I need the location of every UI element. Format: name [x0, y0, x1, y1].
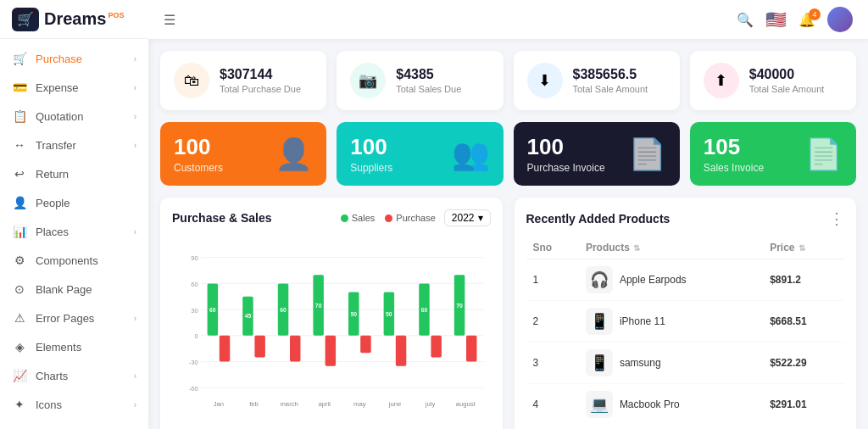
- svg-text:-30: -30: [189, 359, 198, 366]
- summary-label-sales-invoice: Sales Invoice: [704, 162, 764, 174]
- product-sno: 2: [526, 301, 579, 343]
- main-area: ☰ 🔍 🇺🇸 🔔 4 🛍 $307144 Total Purchase Due …: [148, 0, 868, 429]
- stat-value-sales-due: $4385: [396, 67, 461, 82]
- product-price: $291.01: [763, 384, 844, 426]
- sidebar-nav: 🛒 Purchase › 💳 Expense › 📋 Quotation › ↔…: [0, 39, 148, 429]
- logo-text: DreamsPOS: [44, 9, 124, 29]
- summary-label-customers: Customers: [174, 162, 223, 174]
- stat-icon-purchase-due: 🛍: [174, 63, 209, 98]
- summary-label-purchase-invoice: Purchase Invoice: [527, 162, 605, 174]
- product-sno: 1: [526, 259, 579, 301]
- nav-label-charts: Charts: [36, 370, 68, 382]
- sidebar-item-charts[interactable]: 📈 Charts ›: [0, 361, 148, 390]
- svg-rect-22: [290, 336, 300, 362]
- chevron-icon-places: ›: [134, 227, 136, 237]
- svg-text:70: 70: [456, 303, 463, 309]
- legend-sales: Sales: [341, 213, 376, 223]
- product-image: 💻: [586, 391, 613, 418]
- svg-rect-34: [396, 336, 406, 366]
- svg-text:50: 50: [386, 311, 392, 317]
- svg-text:50: 50: [350, 311, 357, 317]
- stat-card-purchase-due: 🛍 $307144 Total Purchase Due: [160, 51, 326, 110]
- sidebar-item-people[interactable]: 👤 People: [0, 188, 148, 217]
- sidebar-item-transfer[interactable]: ↔ Transfer ›: [0, 131, 148, 159]
- avatar-image: [827, 7, 853, 32]
- stat-icon-sales-due: 📷: [350, 63, 386, 98]
- svg-text:feb: feb: [249, 400, 259, 408]
- legend-sales-dot: [341, 214, 348, 222]
- sidebar-item-elements[interactable]: ◈ Elements: [0, 332, 148, 361]
- nav-label-elements: Elements: [36, 341, 81, 354]
- notification-bell[interactable]: 🔔 4: [798, 12, 815, 28]
- nav-label-places: Places: [36, 226, 69, 238]
- sidebar-item-components[interactable]: ⚙ Components: [0, 246, 148, 275]
- svg-text:may: may: [353, 400, 366, 408]
- stat-value-purchase-due: $307144: [220, 67, 301, 82]
- sidebar-item-quotation[interactable]: 📋 Quotation ›: [0, 102, 148, 131]
- summary-card-purchase-invoice: 100 Purchase Invoice 📄: [514, 122, 680, 186]
- products-title: Recently Added Products: [526, 212, 670, 226]
- nav-icon-icons: ✦: [12, 398, 27, 411]
- svg-rect-38: [431, 336, 441, 358]
- stat-card-sale-amount-1: ⬇ $385656.5 Total Sale Amount: [514, 51, 680, 110]
- sidebar-item-blank-page[interactable]: ⊙ Blank Page: [0, 275, 148, 304]
- chart-header: Purchase & Sales Sales Purchase: [172, 209, 491, 226]
- svg-text:60: 60: [280, 307, 287, 313]
- products-header: Recently Added Products ⋮: [526, 209, 845, 228]
- sidebar-item-expense[interactable]: 💳 Expense ›: [0, 73, 148, 102]
- sidebar-item-icons[interactable]: ✦ Icons ›: [0, 390, 148, 419]
- sidebar-item-return[interactable]: ↩ Return: [0, 159, 148, 188]
- svg-text:0: 0: [194, 332, 198, 340]
- nav-label-transfer: Transfer: [36, 139, 76, 152]
- chevron-icon-quotation: ›: [134, 112, 136, 121]
- nav-icon-places: 📊: [12, 225, 27, 238]
- sidebar-item-purchase[interactable]: 🛒 Purchase ›: [0, 44, 148, 73]
- chevron-icon-transfer: ›: [134, 141, 136, 150]
- svg-text:april: april: [318, 400, 331, 408]
- search-icon[interactable]: 🔍: [737, 12, 754, 28]
- summary-num-sales-invoice: 105: [704, 134, 764, 160]
- product-sno: 3: [526, 343, 579, 384]
- summary-label-suppliers: Suppliers: [350, 162, 392, 174]
- chevron-icon-charts: ›: [134, 371, 136, 381]
- nav-label-components: Components: [36, 254, 98, 267]
- chevron-icon-icons: ›: [134, 400, 136, 410]
- menu-icon[interactable]: ☰: [164, 12, 175, 28]
- sidebar-item-error-pages[interactable]: ⚠ Error Pages ›: [0, 304, 148, 332]
- stat-label-sale-amount-1: Total Sale Amount: [573, 84, 648, 94]
- nav-icon-return: ↩: [12, 167, 27, 181]
- summary-num-suppliers: 100: [350, 134, 392, 160]
- col-products: Products ⇅: [579, 237, 763, 259]
- products-menu-icon[interactable]: ⋮: [829, 209, 844, 228]
- chart-year-value: 2022: [452, 212, 475, 224]
- summary-icon-suppliers: 👥: [452, 136, 490, 172]
- product-price: $668.51: [763, 301, 844, 343]
- price-sort-icon[interactable]: ⇅: [798, 243, 805, 253]
- svg-text:august: august: [456, 400, 476, 408]
- svg-text:july: july: [425, 400, 436, 408]
- products-card: Recently Added Products ⋮ Sno Products ⇅: [515, 198, 857, 429]
- nav-icon-error-pages: ⚠: [12, 311, 27, 325]
- table-row: 1 🎧 Apple Earpods $891.2: [526, 259, 845, 301]
- svg-text:30: 30: [191, 307, 198, 315]
- product-name: Macbook Pro: [620, 398, 680, 410]
- svg-text:90: 90: [191, 254, 198, 262]
- stats-row: 🛍 $307144 Total Purchase Due 📷 $4385 Tot…: [160, 51, 856, 110]
- nav-label-return: Return: [36, 168, 69, 181]
- product-price: $522.29: [763, 343, 844, 384]
- chart-year-selector[interactable]: 2022 ▾: [444, 209, 491, 226]
- nav-label-icons: Icons: [36, 398, 62, 411]
- chart-legend: Sales Purchase: [341, 213, 436, 223]
- products-sort-icon[interactable]: ⇅: [633, 243, 640, 253]
- nav-icon-elements: ◈: [12, 340, 27, 354]
- products-table-body: 1 🎧 Apple Earpods $891.2 2 📱 iPhone 11 $…: [526, 259, 845, 426]
- user-avatar[interactable]: [827, 7, 853, 32]
- sidebar-item-places[interactable]: 📊 Places ›: [0, 217, 148, 246]
- svg-text:march: march: [280, 400, 298, 408]
- chevron-icon-purchase: ›: [134, 54, 136, 64]
- col-sno: Sno: [526, 237, 579, 259]
- summary-card-customers: 100 Customers 👤: [160, 122, 326, 186]
- svg-rect-18: [254, 336, 264, 358]
- svg-text:60: 60: [421, 307, 428, 313]
- flag-icon[interactable]: 🇺🇸: [765, 9, 787, 30]
